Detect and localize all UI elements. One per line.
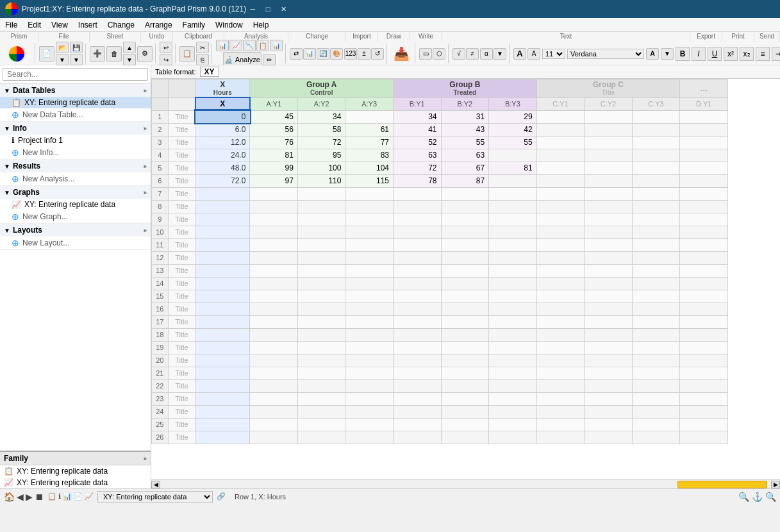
data-cell[interactable] bbox=[680, 136, 728, 149]
data-cell[interactable] bbox=[250, 187, 298, 200]
data-cell[interactable]: 63 bbox=[394, 149, 442, 162]
data-cell[interactable] bbox=[680, 251, 728, 264]
change-6-btn[interactable]: ± bbox=[358, 48, 370, 60]
analysis-5-btn[interactable]: 📊 bbox=[270, 40, 283, 51]
data-cell[interactable] bbox=[297, 328, 345, 341]
status-icon-nav-right[interactable]: ▶ bbox=[26, 492, 33, 502]
family-header[interactable]: Family » bbox=[0, 452, 151, 465]
data-cell[interactable] bbox=[441, 431, 489, 444]
data-cell[interactable] bbox=[585, 123, 633, 136]
data-cell[interactable] bbox=[632, 277, 680, 290]
data-cell[interactable] bbox=[489, 200, 537, 213]
col-ay3[interactable]: A:Y3 bbox=[345, 97, 394, 110]
data-cell[interactable] bbox=[680, 367, 728, 379]
font-smaller-btn[interactable]: A bbox=[527, 48, 540, 60]
status-icon-home[interactable]: 🏠 bbox=[4, 492, 15, 502]
data-cell[interactable] bbox=[345, 328, 394, 341]
data-cell[interactable] bbox=[441, 303, 489, 315]
data-cell[interactable] bbox=[680, 174, 728, 187]
font-size-select[interactable]: 1189101214 bbox=[542, 49, 565, 59]
align-btn[interactable]: ≡ bbox=[756, 47, 770, 61]
data-cell[interactable] bbox=[585, 264, 633, 277]
data-cell[interactable] bbox=[297, 354, 345, 367]
row-title-cell[interactable]: Title bbox=[168, 174, 195, 187]
data-cell[interactable] bbox=[680, 354, 728, 367]
data-cell[interactable] bbox=[489, 187, 537, 200]
h-scrollbar[interactable]: ◀ ▶ bbox=[151, 479, 780, 488]
data-cell[interactable] bbox=[489, 392, 537, 405]
data-cell[interactable] bbox=[345, 251, 394, 264]
font-name-select[interactable]: VerdanaArialTimes New Roman bbox=[567, 49, 644, 59]
x-cell[interactable] bbox=[195, 418, 250, 431]
data-cell[interactable] bbox=[632, 341, 680, 354]
sidebar-item-project-info[interactable]: ℹ Project info 1 bbox=[0, 135, 151, 146]
data-cell[interactable] bbox=[297, 238, 345, 251]
analysis-3-btn[interactable]: 📉 bbox=[243, 40, 256, 51]
draw-1-btn[interactable]: ▭ bbox=[419, 48, 432, 60]
row-title-cell[interactable]: Title bbox=[168, 431, 195, 444]
menu-arrange[interactable]: Arrange bbox=[140, 18, 178, 31]
data-cell[interactable] bbox=[394, 226, 442, 238]
data-cell[interactable] bbox=[345, 200, 394, 213]
menu-edit[interactable]: Edit bbox=[22, 18, 46, 31]
data-cell[interactable]: 29 bbox=[489, 110, 537, 123]
data-cell[interactable] bbox=[489, 303, 537, 315]
row-title-cell[interactable]: Title bbox=[168, 277, 195, 290]
data-cell[interactable]: 43 bbox=[441, 123, 489, 136]
status-icon-layout[interactable]: 📄 bbox=[74, 492, 83, 501]
data-cell[interactable] bbox=[632, 251, 680, 264]
data-cell[interactable] bbox=[632, 379, 680, 392]
data-cell[interactable]: 72 bbox=[394, 162, 442, 174]
data-cell[interactable] bbox=[680, 418, 728, 431]
data-cell[interactable] bbox=[345, 405, 394, 418]
data-cell[interactable] bbox=[632, 290, 680, 303]
data-cell[interactable] bbox=[536, 405, 585, 418]
data-cell[interactable] bbox=[536, 174, 585, 187]
data-cell[interactable]: 31 bbox=[441, 110, 489, 123]
col-cy3[interactable]: C:Y3 bbox=[632, 97, 680, 110]
data-cell[interactable] bbox=[536, 162, 585, 174]
data-cell[interactable] bbox=[394, 315, 442, 328]
data-cell[interactable] bbox=[250, 354, 298, 367]
data-cell[interactable] bbox=[250, 431, 298, 444]
font-bigger-btn[interactable]: A bbox=[513, 48, 526, 60]
col-by3[interactable]: B:Y3 bbox=[489, 97, 537, 110]
data-cell[interactable] bbox=[345, 187, 394, 200]
data-cell[interactable] bbox=[394, 367, 442, 379]
data-cell[interactable] bbox=[536, 379, 585, 392]
data-cell[interactable] bbox=[250, 238, 298, 251]
x-cell[interactable]: 72.0 bbox=[195, 174, 250, 187]
data-cell[interactable] bbox=[536, 136, 585, 149]
info-more[interactable]: » bbox=[143, 125, 147, 132]
data-cell[interactable] bbox=[250, 303, 298, 315]
data-cell[interactable] bbox=[536, 392, 585, 405]
data-cell[interactable] bbox=[489, 238, 537, 251]
data-cell[interactable] bbox=[632, 123, 680, 136]
data-cell[interactable] bbox=[345, 277, 394, 290]
analyze-more-btn[interactable]: ✏ bbox=[263, 54, 276, 65]
italic-btn[interactable]: I bbox=[692, 47, 706, 61]
data-cell[interactable] bbox=[250, 213, 298, 226]
data-cell[interactable] bbox=[536, 226, 585, 238]
data-cell[interactable] bbox=[394, 431, 442, 444]
data-cell[interactable] bbox=[632, 187, 680, 200]
data-cell[interactable] bbox=[297, 405, 345, 418]
data-cell[interactable] bbox=[441, 290, 489, 303]
data-cell[interactable] bbox=[680, 238, 728, 251]
data-cell[interactable] bbox=[489, 226, 537, 238]
data-cell[interactable]: 76 bbox=[250, 136, 298, 149]
sidebar-section-info-header[interactable]: ▼ Info » bbox=[0, 122, 151, 135]
change-1-btn[interactable]: ⇄ bbox=[290, 48, 303, 60]
data-cell[interactable] bbox=[680, 226, 728, 238]
data-cell[interactable] bbox=[632, 149, 680, 162]
data-cell[interactable] bbox=[441, 213, 489, 226]
row-title-cell[interactable]: Title bbox=[168, 303, 195, 315]
data-cell[interactable] bbox=[585, 110, 633, 123]
menu-view[interactable]: View bbox=[46, 18, 73, 31]
data-cell[interactable] bbox=[489, 251, 537, 264]
write-3-btn[interactable]: α bbox=[480, 48, 493, 60]
undo-btn[interactable]: ↩ bbox=[160, 42, 172, 53]
data-cell[interactable] bbox=[585, 431, 633, 444]
row-title-cell[interactable]: Title bbox=[168, 110, 195, 123]
data-cell[interactable] bbox=[441, 200, 489, 213]
